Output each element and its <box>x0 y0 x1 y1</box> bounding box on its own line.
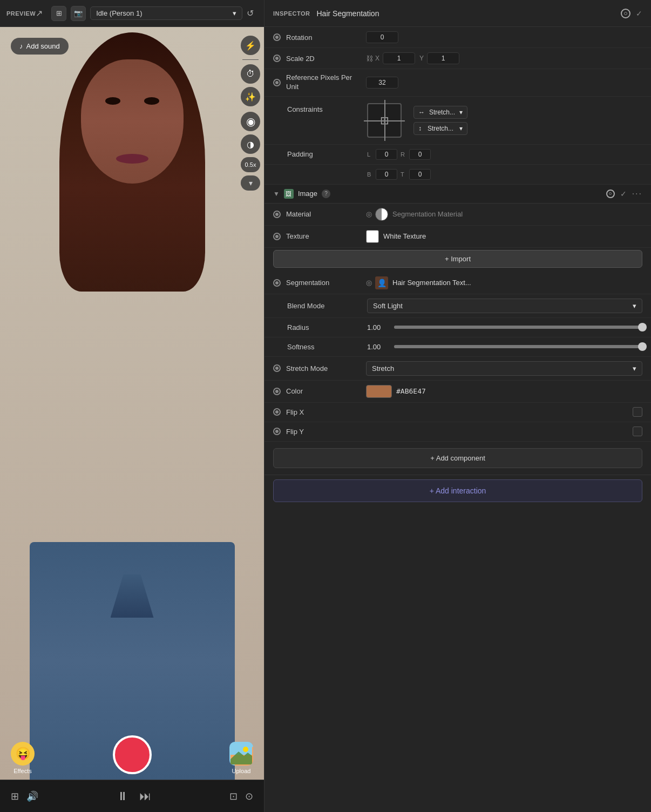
rotation-toggle[interactable] <box>273 33 281 41</box>
chevron-v-icon: ▾ <box>459 125 463 132</box>
softness-value-area: 1.00 <box>367 343 642 351</box>
speaker-icon[interactable]: 🔊 <box>26 790 38 802</box>
material-label: Material <box>286 210 362 218</box>
layout-icon[interactable]: ⊞ <box>11 790 19 802</box>
image-section-header[interactable]: ▼ 🖼 Image ? ✓ ··· <box>265 185 651 204</box>
vertical-stretch-dropdown[interactable]: ↕ Stretch... ▾ <box>413 122 467 135</box>
preview-toolbar: ⚡ ⏱ ✨ ◉ ◑ 0.5x ▾ <box>237 27 264 780</box>
screen-icon[interactable]: ⊞ <box>51 6 66 21</box>
check-icon[interactable]: ✓ <box>636 9 642 18</box>
color-label: Color <box>286 387 362 395</box>
preview-title: PREVIEW <box>6 10 36 17</box>
import-button[interactable]: + Import <box>273 250 642 268</box>
add-sound-button[interactable]: ♪ ♪ Add sound Add sound <box>11 38 69 55</box>
refresh-button[interactable]: ↺ <box>242 6 257 21</box>
v-arrow-icon: ↕ <box>418 125 422 132</box>
softness-row: Softness 1.00 <box>265 337 651 357</box>
texture-value-area: White Texture <box>366 230 642 243</box>
scale2d-toggle[interactable] <box>273 55 281 62</box>
material-preview-icon <box>375 208 388 221</box>
preview-image-area: ♪ ♪ Add sound Add sound ⚡ ⏱ ✨ ◉ ◑ 0.5x ▾ <box>0 27 264 780</box>
radius-slider-track[interactable] <box>394 326 642 329</box>
section-more-icon[interactable]: ··· <box>632 189 642 199</box>
color-swatch[interactable] <box>366 385 392 398</box>
timer-icon[interactable]: ⏱ <box>241 64 260 84</box>
softness-slider-thumb[interactable] <box>638 342 647 351</box>
section-target-icon[interactable] <box>606 190 615 198</box>
target-icon[interactable] <box>621 9 630 18</box>
external-link-icon[interactable]: ↗ <box>36 8 43 18</box>
pad-b-value[interactable]: 0 <box>376 169 397 180</box>
inspector-header: INSPECTOR Hair Segmentation ✓ <box>265 0 651 27</box>
adjust-icon[interactable]: ◑ <box>241 134 260 154</box>
segmentation-label: Segmentation <box>286 279 362 287</box>
radius-slider-thumb[interactable] <box>638 323 647 331</box>
pad-b-group: B 0 <box>367 169 397 180</box>
expand-icon[interactable]: ▾ <box>241 175 260 191</box>
material-toggle[interactable] <box>273 211 281 218</box>
ref-pixels-value[interactable]: 32 <box>366 77 398 89</box>
section-check-icon[interactable]: ✓ <box>620 190 627 198</box>
texture-toggle[interactable] <box>273 233 281 240</box>
flip-y-checkbox[interactable] <box>633 427 642 436</box>
record-button[interactable] <box>113 735 152 774</box>
scale-y-group: Y 1 <box>419 52 459 64</box>
record-icon[interactable]: ⊙ <box>245 790 253 802</box>
crop-icon[interactable]: ⊡ <box>229 790 238 802</box>
animation-dropdown[interactable]: Idle (Person 1) ▾ <box>90 6 242 20</box>
pad-l-value[interactable]: 0 <box>376 149 397 160</box>
scale-control[interactable]: 0.5x <box>241 157 260 172</box>
pad-t-value[interactable]: 0 <box>409 169 431 180</box>
material-value-area: ◎ Segmentation Material <box>366 208 642 221</box>
segmentation-toggle[interactable] <box>273 279 281 287</box>
ref-pixels-toggle[interactable] <box>273 79 281 86</box>
add-component-button[interactable]: + Add component <box>273 448 642 468</box>
flip-x-checkbox[interactable] <box>633 407 642 417</box>
pad-r-value[interactable]: 0 <box>409 149 431 160</box>
camera-icon[interactable]: 📷 <box>71 6 86 21</box>
blend-icon[interactable]: ◉ <box>241 112 260 131</box>
viewport-bottom-controls: 😝 Effects Upload <box>0 742 264 774</box>
preview-controls: ⊞ 📷 Idle (Person 1) ▾ <box>51 6 242 21</box>
effects-button[interactable]: 😝 Effects <box>11 742 35 774</box>
scale-x-value[interactable]: 1 <box>383 52 415 64</box>
stretch-mode-dropdown[interactable]: Stretch ▾ <box>366 361 642 376</box>
rotation-row: Rotation 0 <box>265 27 651 48</box>
scroll-content: Rotation 0 Scale 2D ⛓ X 1 Y <box>265 27 651 812</box>
music-icon: ♪ <box>19 42 23 50</box>
lightning-icon[interactable]: ⚡ <box>241 36 260 55</box>
horizontal-stretch-dropdown[interactable]: ↔ Stretch... ▾ <box>413 106 467 119</box>
flip-y-toggle[interactable] <box>273 428 281 435</box>
scale-y-value[interactable]: 1 <box>427 52 459 64</box>
link-icon[interactable]: ⛓ <box>366 55 373 63</box>
softness-value: 1.00 <box>367 343 389 351</box>
inspector-title: INSPECTOR <box>273 10 310 17</box>
softness-slider-track[interactable] <box>394 345 642 348</box>
person-background <box>0 27 264 780</box>
help-icon[interactable]: ? <box>322 190 330 198</box>
radius-slider-fill <box>394 326 642 329</box>
flip-y-row: Flip Y <box>265 422 651 442</box>
blend-mode-dropdown[interactable]: Soft Light ▾ <box>367 299 642 313</box>
padding-values-2: B 0 T 0 <box>367 169 642 180</box>
upload-button[interactable]: Upload <box>229 742 253 774</box>
rotation-value[interactable]: 0 <box>366 31 398 43</box>
pause-button[interactable]: ⏸ <box>117 789 128 803</box>
pad-t-label: T <box>401 171 407 178</box>
sparkle-icon[interactable]: ✨ <box>241 87 260 106</box>
hair-seg-row: Hair Segmentation <box>316 9 621 18</box>
color-hex-value: #AB6E47 <box>396 387 426 395</box>
constraints-widget[interactable]: ⊞ <box>367 103 402 138</box>
stretch-mode-toggle[interactable] <box>273 364 281 372</box>
softness-label: Softness <box>287 343 363 351</box>
seg-location-icon[interactable]: ◎ <box>366 279 372 287</box>
image-section-icon: 🖼 <box>284 189 294 199</box>
next-frame-button[interactable]: ⏭ <box>139 789 151 803</box>
add-interaction-button[interactable]: + Add interaction <box>273 479 642 502</box>
radius-label: Radius <box>287 323 363 331</box>
pad-r-group: R 0 <box>401 149 431 160</box>
preview-header: PREVIEW ↗ ⊞ 📷 Idle (Person 1) ▾ ↺ <box>0 0 264 27</box>
color-toggle[interactable] <box>273 388 281 395</box>
flip-x-toggle[interactable] <box>273 408 281 416</box>
material-location-icon[interactable]: ◎ <box>366 210 372 218</box>
